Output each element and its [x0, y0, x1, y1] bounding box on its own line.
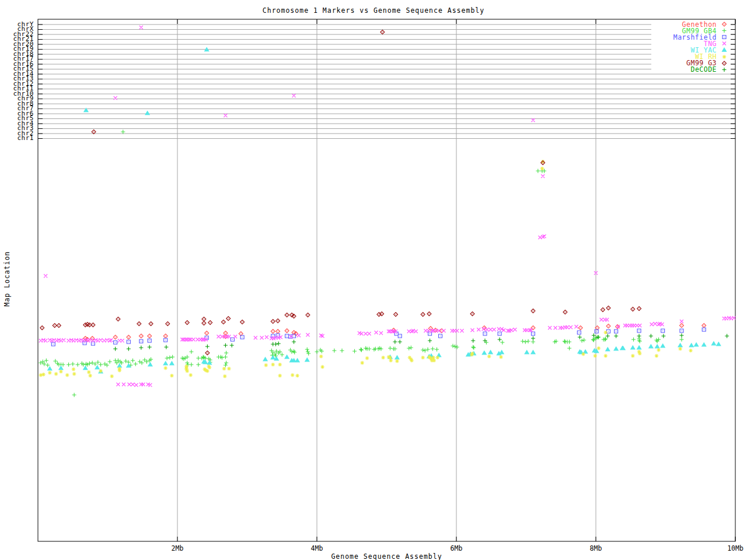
- legend-entry-decode: DeCODE: [652, 66, 729, 73]
- series-wi-yac: [48, 48, 721, 373]
- series-tng: [39, 26, 736, 387]
- x-tick-label-4Mb: 4Mb: [304, 544, 330, 552]
- legend-label: DeCODE: [652, 65, 717, 74]
- legend-marker-icon: [717, 21, 729, 27]
- legend-marker-icon: [717, 34, 729, 40]
- x-tick-label-6Mb: 6Mb: [444, 544, 469, 552]
- x-axis-title: Genome Sequence Assembly: [0, 552, 747, 560]
- plot-border: [38, 19, 735, 541]
- legend-marker-icon: [717, 60, 729, 66]
- series-wi-rh: [39, 160, 692, 379]
- legend-marker-icon: [717, 27, 729, 34]
- x-tick-label-10Mb: 10Mb: [722, 544, 747, 552]
- legend-marker-icon: [717, 54, 729, 60]
- chart-title: Chromosome 1 Markers vs Genome Sequence …: [0, 6, 747, 15]
- legend-marker-icon: [717, 47, 729, 53]
- legend: GenethonGM99 GB4MarshfieldTNGWI YACWI RH…: [652, 21, 729, 73]
- chromosome-marker-chart: Chromosome 1 Markers vs Genome Sequence …: [0, 0, 747, 560]
- y-tick-label-chr1: chr1: [0, 136, 34, 141]
- y-axis-title: Map Location: [3, 251, 11, 307]
- chromosome-gridlines: [38, 24, 735, 139]
- legend-marker-icon: [717, 66, 729, 73]
- x-tick-label-2Mb: 2Mb: [165, 544, 190, 552]
- legend-marker-icon: [717, 40, 729, 47]
- mb-gridlines: [177, 19, 596, 541]
- series-gm99-gb4: [39, 130, 683, 397]
- x-tick-label-8Mb: 8Mb: [583, 544, 609, 552]
- axis-ticks: [38, 19, 735, 541]
- scatter-plot-canvas: [0, 0, 747, 560]
